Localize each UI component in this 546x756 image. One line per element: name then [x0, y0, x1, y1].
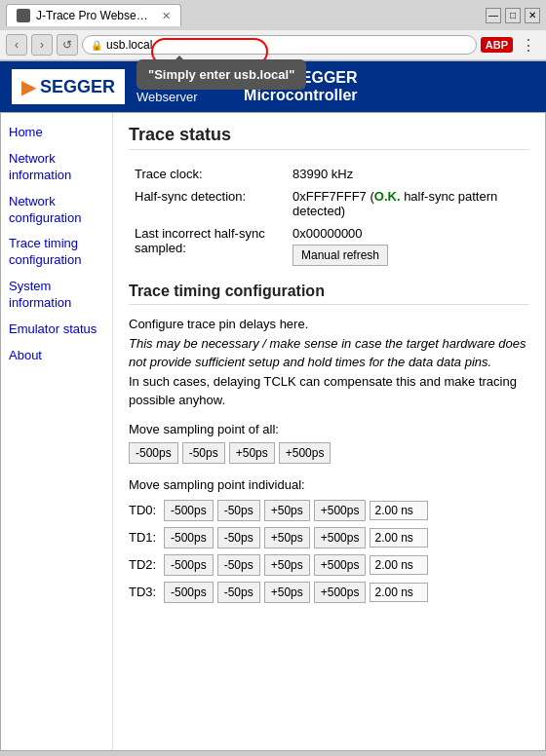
- back-button[interactable]: ‹: [6, 34, 27, 56]
- sampling-individual-label: Move sampling point individual:: [129, 477, 529, 492]
- td0-minus50ps-button[interactable]: -50ps: [217, 500, 260, 521]
- td0-value-input[interactable]: [370, 501, 428, 520]
- browser-menu-button[interactable]: ⋮: [517, 36, 540, 55]
- td0-plus500ps-button[interactable]: +500ps: [314, 500, 367, 521]
- td1-label: TD1:: [129, 530, 160, 545]
- sidebar-item-system-information[interactable]: System information: [9, 279, 104, 312]
- all-plus500ps-button[interactable]: +500ps: [279, 442, 332, 464]
- logo-text: SEGGER: [40, 77, 115, 97]
- window-controls: — □ ✕: [486, 8, 540, 23]
- desc2: This may be necessary / make sense in ca…: [129, 336, 526, 370]
- clock-label: Trace clock:: [131, 164, 287, 184]
- content-area: Trace status Trace clock: 83990 kHz Half…: [113, 113, 545, 750]
- last-incorrect-hex: 0x00000000: [292, 226, 524, 241]
- sampling-all-buttons: -500ps -50ps +50ps +500ps: [129, 442, 529, 464]
- browser-tab[interactable]: J-Trace Pro Webserver ✕: [6, 4, 181, 26]
- td2-plus500ps-button[interactable]: +500ps: [314, 554, 367, 576]
- td3-row: TD3: -500ps -50ps +50ps +500ps: [129, 582, 529, 603]
- browser-chrome: J-Trace Pro Webserver ✕ — □ ✕ ‹ › ↺ 🔒 "S…: [0, 0, 546, 61]
- clock-value: 83990 kHz: [289, 164, 527, 184]
- td0-label: TD0:: [129, 503, 160, 517]
- sidebar: Home Network information Network configu…: [1, 113, 113, 750]
- tab-title: J-Trace Pro Webserver: [36, 9, 150, 22]
- td0-minus500ps-button[interactable]: -500ps: [164, 500, 214, 521]
- tooltip-bubble: "Simply enter usb.local": [136, 59, 306, 90]
- td3-label: TD3:: [129, 585, 160, 599]
- half-sync-value: 0xFFF7FFF7 (O.K. half-sync pattern detec…: [289, 186, 527, 221]
- close-button[interactable]: ✕: [525, 8, 540, 23]
- td2-minus500ps-button[interactable]: -500ps: [164, 554, 214, 576]
- sidebar-item-emulator-status[interactable]: Emulator status: [9, 321, 104, 338]
- td3-plus500ps-button[interactable]: +500ps: [314, 582, 367, 603]
- logo-box: ▶ SEGGER: [12, 69, 125, 104]
- td2-plus50ps-button[interactable]: +50ps: [264, 554, 310, 576]
- td0-plus50ps-button[interactable]: +50ps: [264, 500, 310, 521]
- td1-minus500ps-button[interactable]: -500ps: [164, 527, 214, 548]
- sampling-all-label: Move sampling point of all:: [129, 422, 529, 436]
- tab-close-button[interactable]: ✕: [162, 10, 171, 22]
- logo-arrow-icon: ▶: [21, 75, 36, 98]
- sidebar-item-network-configuration[interactable]: Network configuration: [9, 194, 104, 227]
- maximize-button[interactable]: □: [505, 8, 521, 23]
- all-plus50ps-button[interactable]: +50ps: [229, 442, 275, 464]
- half-sync-hex: 0xFFF7FFF7 (: [292, 189, 374, 204]
- manual-refresh-button[interactable]: Manual refresh: [292, 245, 388, 266]
- td1-minus50ps-button[interactable]: -50ps: [217, 527, 260, 548]
- minimize-button[interactable]: —: [486, 8, 501, 23]
- td3-value-input[interactable]: [370, 583, 428, 602]
- desc3: In such cases, delaying TCLK can compens…: [129, 374, 517, 408]
- td1-value-input[interactable]: [370, 528, 428, 548]
- forward-button[interactable]: ›: [31, 34, 53, 56]
- td3-plus50ps-button[interactable]: +50ps: [264, 582, 310, 603]
- address-input[interactable]: [106, 38, 468, 52]
- td2-label: TD2:: [129, 557, 160, 572]
- refresh-button[interactable]: ↺: [57, 34, 78, 56]
- td2-minus50ps-button[interactable]: -50ps: [217, 554, 260, 576]
- sidebar-item-about[interactable]: About: [9, 348, 104, 364]
- td1-plus500ps-button[interactable]: +500ps: [314, 527, 367, 548]
- nav-bar: ‹ › ↺ 🔒 "Simply enter usb.local" ABP ⋮: [0, 30, 546, 60]
- table-row: Last incorrect half-sync sampled: 0x0000…: [131, 223, 527, 269]
- td3-minus50ps-button[interactable]: -50ps: [217, 582, 260, 603]
- abp-button[interactable]: ABP: [481, 37, 513, 53]
- lock-icon: 🔒: [91, 40, 102, 51]
- all-minus50ps-button[interactable]: -50ps: [182, 442, 225, 464]
- all-minus500ps-button[interactable]: -500ps: [129, 442, 178, 464]
- half-sync-label: Half-sync detection:: [131, 186, 287, 221]
- sidebar-item-network-information[interactable]: Network information: [9, 151, 104, 184]
- last-incorrect-label: Last incorrect half-sync sampled:: [131, 223, 287, 269]
- tab-favicon: [17, 9, 30, 22]
- address-bar-wrap: 🔒: [82, 35, 477, 55]
- header-title-line2: Webserver: [136, 90, 232, 104]
- last-incorrect-value: 0x00000000 Manual refresh: [289, 223, 527, 269]
- sidebar-item-home[interactable]: Home: [9, 125, 104, 141]
- td2-value-input[interactable]: [370, 555, 428, 575]
- trace-status-title: Trace status: [129, 125, 529, 150]
- title-bar: J-Trace Pro Webserver ✕ — □ ✕: [0, 0, 546, 30]
- td1-plus50ps-button[interactable]: +50ps: [264, 527, 310, 548]
- trace-status-table: Trace clock: 83990 kHz Half-sync detecti…: [129, 162, 529, 271]
- main-wrapper: Home Network information Network configu…: [0, 112, 546, 751]
- config-description: Configure trace pin delays here. This ma…: [129, 315, 529, 410]
- td0-row: TD0: -500ps -50ps +50ps +500ps: [129, 500, 529, 521]
- desc1: Configure trace pin delays here.: [129, 317, 308, 331]
- table-row: Half-sync detection: 0xFFF7FFF7 (O.K. ha…: [131, 186, 527, 221]
- half-sync-ok: O.K.: [374, 189, 401, 204]
- td2-row: TD2: -500ps -50ps +50ps +500ps: [129, 554, 529, 576]
- trace-timing-title: Trace timing configuration: [129, 283, 529, 305]
- td1-row: TD1: -500ps -50ps +50ps +500ps: [129, 527, 529, 548]
- table-row: Trace clock: 83990 kHz: [131, 164, 527, 184]
- sidebar-item-trace-timing[interactable]: Trace timing configuration: [9, 236, 104, 269]
- td3-minus500ps-button[interactable]: -500ps: [164, 582, 214, 603]
